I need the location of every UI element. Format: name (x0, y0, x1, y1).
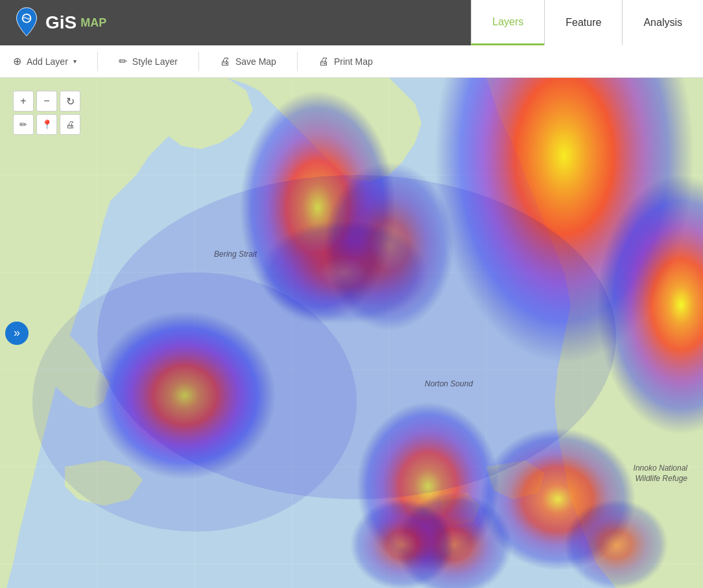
expand-sidebar-button[interactable]: » (5, 322, 29, 345)
map-controls: + − ↻ ✏ 📍 🖨 (13, 91, 80, 135)
refresh-button[interactable]: ↻ (60, 91, 80, 112)
style-layer-button[interactable]: ✏ Style Layer (119, 55, 178, 67)
print-control-button[interactable]: 🖨 (60, 114, 80, 135)
chevron-right-icon: » (14, 326, 20, 340)
print-map-label: Print Map (334, 56, 373, 67)
save-map-button[interactable]: 🖨 Save Map (220, 56, 276, 67)
save-map-label: Save Map (235, 56, 276, 67)
location-button[interactable]: 📍 (36, 114, 57, 135)
zoom-controls: + − ↻ (13, 91, 80, 112)
tool-controls: ✏ 📍 🖨 (13, 114, 80, 135)
dropdown-arrow-icon: ▾ (73, 58, 77, 65)
map-container[interactable]: + − ↻ ✏ 📍 🖨 » Bering Strait Norton Sound… (0, 78, 703, 588)
toolbar: ⊕ Add Layer ▾ ✏ Style Layer 🖨 Save Map 🖨… (0, 45, 703, 78)
tab-analysis[interactable]: Analysis (622, 0, 703, 45)
header: GiS MAP Layers Feature Analysis (0, 0, 703, 45)
map-base (0, 78, 703, 588)
logo: GiS MAP (10, 6, 106, 39)
print-icon: 🖨 (318, 56, 329, 67)
nav-tabs: Layers Feature Analysis (471, 0, 703, 45)
toolbar-separator-1 (97, 52, 98, 71)
save-icon: 🖨 (220, 56, 230, 67)
style-layer-label: Style Layer (132, 56, 178, 67)
add-layer-button[interactable]: ⊕ Add Layer ▾ (13, 55, 77, 67)
zoom-in-button[interactable]: + (13, 91, 34, 112)
add-layer-label: Add Layer (27, 56, 68, 67)
print-map-button[interactable]: 🖨 Print Map (318, 56, 373, 67)
plus-circle-icon: ⊕ (13, 55, 21, 67)
logo-gis-text: GiS (45, 12, 77, 33)
logo-icon (10, 6, 43, 39)
toolbar-separator-2 (198, 52, 199, 71)
toolbar-separator-3 (297, 52, 298, 71)
tab-layers[interactable]: Layers (471, 0, 544, 45)
draw-button[interactable]: ✏ (13, 114, 34, 135)
zoom-out-button[interactable]: − (36, 91, 57, 112)
style-icon: ✏ (119, 55, 127, 67)
logo-map-text: MAP (80, 16, 106, 30)
tab-feature[interactable]: Feature (544, 0, 622, 45)
